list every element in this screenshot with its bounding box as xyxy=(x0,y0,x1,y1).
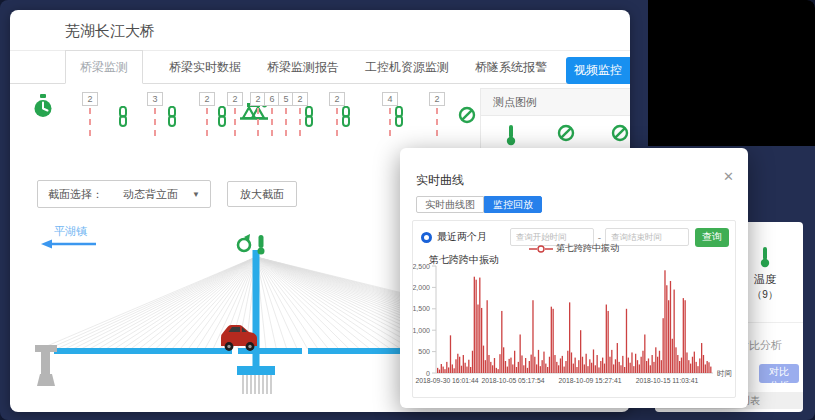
bar xyxy=(668,300,669,373)
bar xyxy=(703,355,704,373)
bar xyxy=(567,351,568,373)
chevron-down-icon: ▼ xyxy=(192,190,200,199)
bar xyxy=(476,280,477,373)
bar xyxy=(547,367,548,373)
bar xyxy=(622,356,623,373)
bar xyxy=(637,360,638,373)
bar xyxy=(573,364,574,373)
bar xyxy=(639,364,640,373)
ban-icon[interactable] xyxy=(611,124,629,142)
sensor-marker-line xyxy=(257,108,259,136)
chain-icon[interactable] xyxy=(216,106,228,127)
chain-icon[interactable] xyxy=(393,106,405,127)
point-legend-title: 测点图例 xyxy=(481,89,630,116)
bar xyxy=(479,278,480,373)
bar xyxy=(681,358,682,373)
bar xyxy=(597,355,598,373)
bridge-foundation-piles xyxy=(243,375,271,394)
chain-icon[interactable] xyxy=(166,106,178,127)
section-select-dropdown[interactable]: 动态背立面 ▼ xyxy=(113,187,210,202)
legend-marker-icon xyxy=(529,245,553,253)
bar xyxy=(707,361,708,373)
bar xyxy=(461,366,462,373)
ban-icon[interactable] xyxy=(458,106,476,124)
compare-analysis-button[interactable]: 对比分析 xyxy=(759,364,799,383)
bar xyxy=(534,357,535,373)
tab-3[interactable]: 桥梁监测报告 xyxy=(267,59,339,76)
sensor-count-badge: 3 xyxy=(147,92,163,106)
bar xyxy=(602,358,603,373)
rotation-sensor-icon[interactable] xyxy=(238,234,250,251)
sensor-marker-line xyxy=(336,108,338,136)
y-tick-label: 500 xyxy=(418,348,430,355)
bar xyxy=(683,298,684,373)
tab-5[interactable]: 桥隧系统报警 xyxy=(475,59,547,76)
bar xyxy=(609,357,610,373)
bar xyxy=(454,368,455,373)
tab-4[interactable]: 工控机资源监测 xyxy=(365,59,449,76)
video-monitor-button[interactable]: 视频监控 xyxy=(566,57,630,84)
sensor-marker-line xyxy=(299,108,301,136)
bar xyxy=(520,334,521,373)
bar xyxy=(692,357,693,373)
direction-label: 平湖镇 xyxy=(54,225,87,237)
bar xyxy=(487,300,488,373)
tab-1[interactable]: 桥梁监测 xyxy=(65,50,143,84)
zoom-section-button[interactable]: 放大截面 xyxy=(227,181,297,207)
bar xyxy=(543,352,544,373)
chain-icon[interactable] xyxy=(340,106,352,127)
bar xyxy=(492,365,493,373)
chain-icon[interactable] xyxy=(117,106,129,127)
dialog-title: 实时曲线 xyxy=(416,172,464,189)
bar xyxy=(576,367,577,373)
bar xyxy=(518,362,519,373)
thermometer-icon[interactable] xyxy=(505,124,517,146)
bar xyxy=(446,362,447,373)
bar xyxy=(505,361,506,373)
curve-card: 最近两个月 - 查询 第七跨跨中振动 第七跨跨中振动 05001,0001,50… xyxy=(412,220,736,398)
sensor-count-badge: 2 xyxy=(429,92,445,106)
thermometer-icon[interactable] xyxy=(759,246,771,268)
bar xyxy=(560,358,561,373)
bar xyxy=(587,366,588,373)
y-tick-label: 2,500 xyxy=(413,263,430,270)
bar xyxy=(631,352,632,373)
bar xyxy=(677,355,678,373)
dialog-tab-2[interactable]: 监控回放 xyxy=(484,196,542,213)
bridge-tower xyxy=(253,250,260,368)
bar xyxy=(699,358,700,373)
chain-icon[interactable] xyxy=(303,106,315,127)
realtime-curve-dialog: 实时曲线 ✕ 实时曲线图监控回放 最近两个月 - 查询 第七跨跨中振动 第七跨跨 xyxy=(400,148,748,408)
bar xyxy=(708,362,709,373)
timer-icon[interactable] xyxy=(33,94,53,119)
bar xyxy=(617,343,618,373)
bar xyxy=(501,311,502,373)
close-icon[interactable]: ✕ xyxy=(723,169,734,184)
bar xyxy=(507,367,508,373)
bar xyxy=(514,351,515,373)
section-select-value: 动态背立面 xyxy=(123,187,178,202)
x-tick-label: 2018-10-05 05:17:54 xyxy=(481,377,544,384)
sensor-count-badge: 2 xyxy=(82,92,98,106)
bar xyxy=(510,358,511,373)
thermometer-icon[interactable] xyxy=(258,235,265,255)
bar xyxy=(663,318,664,373)
y-tick-label: 1,500 xyxy=(413,305,430,312)
bar xyxy=(465,363,466,373)
bar xyxy=(472,351,473,373)
bar xyxy=(553,309,554,373)
screen: 芜湖长江大桥 桥梁监测桥梁实时数据桥梁监测报告工控机资源监测桥隧系统报警 视频监… xyxy=(0,0,815,420)
bar xyxy=(525,358,526,373)
bar xyxy=(499,354,500,373)
recent-two-months-radio[interactable] xyxy=(421,232,432,243)
bar xyxy=(626,309,627,373)
ban-icon[interactable] xyxy=(557,124,575,142)
bar xyxy=(549,357,550,373)
bar xyxy=(659,351,660,373)
bar xyxy=(615,359,616,373)
chart-legend-label: 第七跨跨中振动 xyxy=(556,243,619,253)
bar xyxy=(443,367,444,373)
dialog-tab-1[interactable]: 实时曲线图 xyxy=(416,196,484,213)
bar xyxy=(488,355,489,373)
tab-2[interactable]: 桥梁实时数据 xyxy=(169,59,241,76)
